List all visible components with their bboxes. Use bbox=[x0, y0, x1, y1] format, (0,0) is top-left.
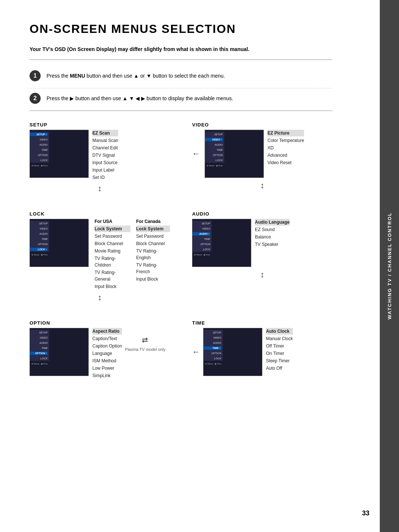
usa-item-7: Input Block bbox=[95, 283, 130, 290]
audio-items-list: Audio Language EZ Sound Balance TV Speak… bbox=[255, 219, 290, 248]
option-item-5: ISM Method bbox=[92, 358, 122, 364]
time-left-arrow: ← bbox=[192, 347, 200, 357]
sidebar-text: WATCHING TV / CHANNEL CONTROL bbox=[387, 212, 392, 319]
page-title: ON-SCREEN MENUS SELECTION bbox=[30, 22, 332, 36]
time-item-4: On Timer bbox=[266, 350, 293, 357]
setup-item-5: Input Source bbox=[92, 159, 118, 166]
option-items-list: Aspect Ratio Caption/Text Caption Option… bbox=[92, 328, 122, 379]
time-item-2: Manual Clock bbox=[266, 335, 293, 342]
option-panel-content: SETUP VIDEO AUDIO TIME OPTION › LOCK ⊕ M… bbox=[30, 328, 122, 379]
setup-osd: SETUP › VIDEO AUDIO TIME OPTION LOCK ⊕ M… bbox=[30, 130, 89, 178]
lock-arrows: ↕ bbox=[30, 293, 170, 302]
step-2-circle: 2 bbox=[30, 93, 41, 104]
audio-panel: AUDIO SETUP VIDEO AUDIO › TIME OPTION LO… bbox=[192, 211, 332, 305]
video-item-3: XD bbox=[267, 145, 304, 151]
video-item-5: Video Reset bbox=[267, 159, 304, 166]
setup-item-6: Input Label bbox=[92, 167, 118, 173]
time-items-list: Auto Clock Manual Clock Off Timer On Tim… bbox=[266, 328, 293, 372]
option-osd: SETUP VIDEO AUDIO TIME OPTION › LOCK ⊕ M… bbox=[30, 328, 89, 376]
lock-label: LOCK bbox=[30, 211, 170, 217]
time-item-6: Auto Off bbox=[266, 365, 293, 372]
usa-item-5: TV Rating-Children bbox=[95, 255, 130, 268]
usa-item-4: Movie Rating bbox=[95, 248, 130, 254]
time-osd: SETUP VIDEO AUDIO TIME › OPTION LOCK ⊕ M… bbox=[203, 328, 262, 376]
lock-usa-col: For USA Lock System Set Password Block C… bbox=[95, 219, 130, 290]
audio-item-4: TV Speaker bbox=[255, 241, 290, 248]
usa-item-2: Set Password bbox=[95, 233, 130, 240]
sidebar-right: WATCHING TV / CHANNEL CONTROL bbox=[380, 0, 399, 532]
video-arrows: ↕ bbox=[192, 181, 332, 190]
video-item-4: Advanced bbox=[267, 152, 304, 159]
option-item-7: SimpLink bbox=[92, 372, 122, 379]
step-2-text: Press the ▶ button and then use ▲ ▼ ◀ ▶ … bbox=[47, 95, 233, 101]
video-panel: VIDEO ← SETUP VIDEO › AUDIO TIME OPTION … bbox=[192, 122, 332, 196]
option-arrow-area: ⇄ Plasma TV model only bbox=[125, 335, 166, 352]
lock-panel: LOCK SETUP VIDEO AUDIO TIME OPTION LOCK … bbox=[30, 211, 170, 305]
canada-item-2: Set Password bbox=[136, 233, 170, 240]
step-1-text: Press the MENU button and then use ▲ or … bbox=[47, 73, 225, 79]
video-item-1: EZ Picture bbox=[267, 130, 304, 136]
video-items-list: EZ Picture Color Temperature XD Advanced… bbox=[267, 130, 304, 166]
time-item-3: Off Timer bbox=[266, 343, 293, 349]
canada-item-1: Lock System bbox=[136, 226, 170, 232]
time-item-1: Auto Clock bbox=[266, 328, 293, 335]
option-item-2: Caption/Text bbox=[92, 335, 122, 342]
canada-item-5: TV Rating-French bbox=[136, 262, 170, 275]
setup-panel-content: SETUP › VIDEO AUDIO TIME OPTION LOCK ⊕ M… bbox=[30, 130, 170, 181]
step-1-row: 1 Press the MENU button and then use ▲ o… bbox=[30, 70, 332, 81]
usa-item-6: TV Rating-General bbox=[95, 269, 130, 282]
option-item-6: Low Power bbox=[92, 365, 122, 372]
mid-divider bbox=[30, 88, 332, 88]
canada-label: For Canada bbox=[136, 219, 170, 224]
video-item-2: Color Temperature bbox=[267, 137, 304, 144]
subtitle: Your TV's OSD (On Screen Display) may di… bbox=[30, 46, 332, 52]
usa-item-1: Lock System bbox=[95, 226, 130, 232]
lock-osd: SETUP VIDEO AUDIO TIME OPTION LOCK › ⊕ M… bbox=[30, 219, 89, 267]
setup-arrows: ↕ bbox=[30, 184, 170, 193]
option-label: OPTION bbox=[30, 320, 170, 326]
audio-item-1: Audio Language bbox=[255, 219, 290, 226]
time-item-5: Sleep Timer bbox=[266, 358, 293, 364]
video-label: VIDEO bbox=[192, 122, 332, 128]
option-panel: OPTION SETUP VIDEO AUDIO TIME OPTION › L… bbox=[30, 320, 170, 379]
usa-item-3: Block Channel bbox=[95, 240, 130, 247]
option-arrows-icon: ⇄ bbox=[142, 335, 148, 344]
step-2-row: 2 Press the ▶ button and then use ▲ ▼ ◀ … bbox=[30, 93, 332, 104]
audio-item-3: Balance bbox=[255, 234, 290, 240]
setup-panel: SETUP SETUP › VIDEO AUDIO TIME OPTION LO… bbox=[30, 122, 170, 196]
canada-items-list: Lock System Set Password Block Channel T… bbox=[136, 226, 170, 282]
audio-item-2: EZ Sound bbox=[255, 226, 290, 233]
video-osd: SETUP VIDEO › AUDIO TIME OPTION LOCK ⊕ M… bbox=[205, 130, 264, 178]
setup-item-7: Set ID bbox=[92, 174, 118, 181]
panels-grid: SETUP SETUP › VIDEO AUDIO TIME OPTION LO… bbox=[30, 122, 332, 379]
video-panel-content: SETUP VIDEO › AUDIO TIME OPTION LOCK ⊕ M… bbox=[205, 130, 304, 178]
lock-canada-col: For Canada Lock System Set Password Bloc… bbox=[136, 219, 170, 282]
time-panel-content: SETUP VIDEO AUDIO TIME › OPTION LOCK ⊕ M… bbox=[203, 328, 293, 376]
canada-item-4: TV Rating-English bbox=[136, 248, 170, 261]
setup-item-3: Channel Edit bbox=[92, 145, 118, 151]
usa-label: For USA bbox=[95, 219, 130, 224]
option-item-3: Caption Option bbox=[92, 343, 122, 349]
audio-osd: SETUP VIDEO AUDIO › TIME OPTION LOCK ⊕ M… bbox=[192, 219, 251, 267]
time-panel: TIME ← SETUP VIDEO AUDIO TIME › OPTION L… bbox=[192, 320, 332, 379]
audio-panel-content: SETUP VIDEO AUDIO › TIME OPTION LOCK ⊕ M… bbox=[192, 219, 332, 267]
usa-items-list: Lock System Set Password Block Channel M… bbox=[95, 226, 130, 290]
option-item-1: Aspect Ratio bbox=[92, 328, 122, 335]
step-1-circle: 1 bbox=[30, 70, 41, 81]
setup-item-4: DTV Signal bbox=[92, 152, 118, 159]
setup-items-list: EZ Scan Manual Scan Channel Edit DTV Sig… bbox=[92, 130, 118, 181]
bottom-divider bbox=[30, 111, 332, 111]
setup-item-1: EZ Scan bbox=[92, 130, 118, 136]
audio-arrows: ↕ bbox=[192, 270, 332, 279]
audio-label: AUDIO bbox=[192, 211, 332, 217]
time-label: TIME bbox=[192, 320, 332, 326]
setup-label: SETUP bbox=[30, 122, 170, 128]
plasma-note: Plasma TV model only bbox=[125, 347, 166, 352]
page-number: 33 bbox=[362, 509, 369, 517]
lock-columns: SETUP VIDEO AUDIO TIME OPTION LOCK › ⊕ M… bbox=[30, 219, 170, 290]
option-item-4: Language bbox=[92, 350, 122, 357]
top-divider bbox=[30, 60, 332, 60]
canada-item-6: Input Block bbox=[136, 276, 170, 282]
setup-item-2: Manual Scan bbox=[92, 137, 118, 144]
video-left-arrow: ← bbox=[192, 149, 200, 159]
